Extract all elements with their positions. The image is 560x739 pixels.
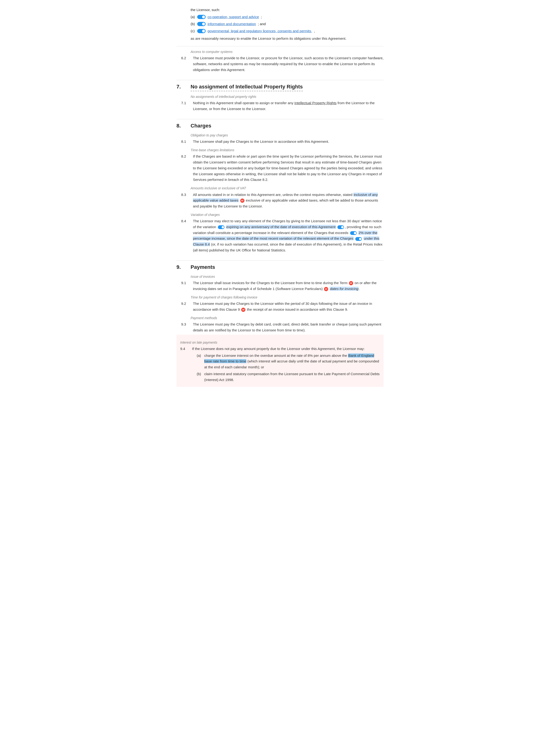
clause-9-4-label-b: (b)	[197, 371, 202, 383]
clause-9-4-intro: If the Licensee does not pay any amount …	[192, 347, 365, 351]
clause-9-4-label-a: (a)	[197, 353, 202, 370]
section-9-num: 9.	[176, 263, 186, 271]
item-a-text: co-operation, support and advice	[207, 14, 259, 20]
subheading-9-2: Time for payment of charges following in…	[190, 295, 384, 300]
item-b-label: (b)	[190, 21, 195, 27]
subheading-8-3: Amounts inclusive or exclusive of VAT	[190, 185, 384, 191]
clause-9-1-text: The Licensor shall issue invoices for th…	[193, 280, 384, 292]
clause-9-1-highlight: dates for invoicing	[330, 287, 359, 291]
toggle-8-4-2[interactable]	[337, 225, 344, 229]
section-8-num: 8.	[176, 122, 186, 130]
item-c-comma: ,	[314, 28, 315, 34]
clause-6-2-num: 6.2	[181, 55, 190, 73]
clause-6-2: 6.2 The Licensee must provide to the Lic…	[176, 55, 384, 73]
clause-9-2-text: The Licensee must pay the Charges to the…	[193, 301, 384, 313]
section-7-heading: 7. No assignment of Intellectual Propert…	[176, 80, 384, 91]
clause-9-4-item-b-text: claim interest and statutory compensatio…	[204, 371, 380, 383]
toggle-8-4-3[interactable]	[350, 231, 357, 235]
toggle-c[interactable]	[197, 29, 205, 33]
subheading-6-2: Access to computer systems	[190, 49, 384, 54]
subheading-9-1: Issue of invoices	[190, 274, 384, 279]
or-circle-9-1: or	[349, 281, 353, 285]
or-circle-9-2: or	[241, 308, 245, 312]
item-a-semi: ;	[261, 14, 262, 20]
or-circle-8-3: or	[240, 198, 245, 203]
clause-9-4-a-before: charge the Licensee interest on the over…	[204, 353, 348, 357]
section-7-num: 7.	[176, 83, 186, 91]
clause-9-4-item-b: (b) claim interest and statutory compens…	[197, 371, 380, 383]
clause-8-4-p2: expiring on any anniversary of the date …	[226, 225, 336, 229]
clause-9-3: 9.3 The Licensee must pay the Charges by…	[176, 321, 384, 333]
intro-list: (a) co-operation, support and advice; (b…	[190, 14, 384, 34]
clause-8-2-text: If the Charges are based in whole or par…	[193, 154, 384, 183]
clause-9-4-text: If the Licensee does not pay any amount …	[192, 346, 380, 384]
clause-8-1-text: The Licensee shall pay the Charges to th…	[193, 139, 384, 145]
subheading-7-1: No assignments of intellectual property …	[190, 94, 384, 99]
clause-7-1: 7.1 Nothing in this Agreement shall oper…	[176, 100, 384, 112]
intro-item-a: (a) co-operation, support and advice;	[190, 14, 384, 20]
toggle-a[interactable]	[197, 15, 205, 19]
item-c-text: governmental, legal and regulatory licen…	[207, 28, 312, 34]
clause-9-4-num: 9.4	[180, 346, 190, 384]
toggle-8-4-1[interactable]	[218, 225, 225, 229]
clause-8-4-num: 8.4	[181, 218, 190, 253]
clause-9-1: 9.1 The Licensor shall issue invoices fo…	[176, 280, 384, 292]
clause-9-4-item-a-text: charge the Licensee interest on the over…	[204, 353, 380, 370]
clause-7-1-before: Nothing in this Agreement shall operate …	[193, 101, 294, 105]
clause-8-2: 8.2 If the Charges are based in whole or…	[176, 154, 384, 183]
clause-7-1-link: Intellectual Property Rights	[294, 101, 336, 105]
section-8-title: Charges	[190, 122, 211, 130]
clause-8-4-p6: (or, if no such variation has occurred, …	[193, 242, 383, 252]
intro-prefix: the Licensor, such:	[190, 7, 384, 13]
clause-7-1-text: Nothing in this Agreement shall operate …	[193, 100, 384, 112]
clause-9-1-end: .	[359, 287, 360, 291]
item-b-text: information and documentation	[207, 21, 256, 27]
clause-9-3-num: 9.3	[181, 321, 190, 333]
section-9-heading: 9. Payments	[176, 260, 384, 271]
clause-9-3-text: The Licensee must pay the Charges by deb…	[193, 321, 384, 333]
item-c-label: (c)	[190, 28, 195, 34]
clause-9-2: 9.2 The Licensee must pay the Charges to…	[176, 301, 384, 313]
section-9-4-highlight-box: Interest on late payments 9.4 If the Lic…	[176, 335, 384, 387]
clause-8-3-text: All amounts stated in or in relation to …	[193, 192, 384, 209]
clause-8-3-num: 8.3	[181, 192, 190, 209]
clause-8-2-num: 8.2	[181, 154, 190, 183]
intro-item-c: (c) governmental, legal and regulatory l…	[190, 28, 384, 34]
clause-9-4: 9.4 If the Licensee does not pay any amo…	[180, 346, 380, 384]
clause-8-1-num: 8.1	[181, 139, 190, 145]
intro-suffix: as are reasonably necessary to enable th…	[190, 36, 384, 41]
clause-8-3-before: All amounts stated in or in relation to …	[193, 193, 354, 197]
subheading-9-4: Interest on late payments	[180, 340, 380, 345]
toggle-b[interactable]	[197, 22, 205, 26]
section-7-title: No assignment of Intellectual Property R…	[190, 83, 303, 91]
toggle-8-4-4[interactable]	[355, 237, 362, 241]
clause-8-4-text: The Licensor may elect to vary any eleme…	[193, 218, 384, 253]
subheading-8-4: Variation of charges	[190, 212, 384, 217]
clause-7-1-num: 7.1	[181, 100, 190, 112]
clause-8-1: 8.1 The Licensee shall pay the Charges t…	[176, 139, 384, 145]
clause-6-2-text: The Licensee must provide to the Licenso…	[193, 55, 384, 73]
item-b-suffix: ; and	[258, 21, 266, 27]
section-9-title: Payments	[190, 263, 215, 271]
clause-9-1-before: The Licensor shall issue invoices for th…	[193, 281, 347, 285]
intro-item-b: (b) information and documentation; and	[190, 21, 384, 27]
or-circle-9-1b: or	[324, 287, 328, 291]
clause-9-4-item-a: (a) charge the Licensee interest on the …	[197, 353, 380, 370]
subheading-9-3: Payment methods	[190, 315, 384, 321]
clause-9-2-after: the receipt of an invoice issued in acco…	[247, 307, 348, 311]
clause-9-4-list: (a) charge the Licensee interest on the …	[197, 353, 380, 383]
clause-8-3: 8.3 All amounts stated in or in relation…	[176, 192, 384, 209]
item-a-label: (a)	[190, 14, 195, 20]
subheading-8-2: Time-base charges limitations	[190, 147, 384, 153]
clause-8-4: 8.4 The Licensor may elect to vary any e…	[176, 218, 384, 253]
section-8-heading: 8. Charges	[176, 119, 384, 130]
subheading-8-1: Obligation to pay charges	[190, 133, 384, 138]
clause-9-1-num: 9.1	[181, 280, 190, 292]
clause-9-2-num: 9.2	[181, 301, 190, 313]
